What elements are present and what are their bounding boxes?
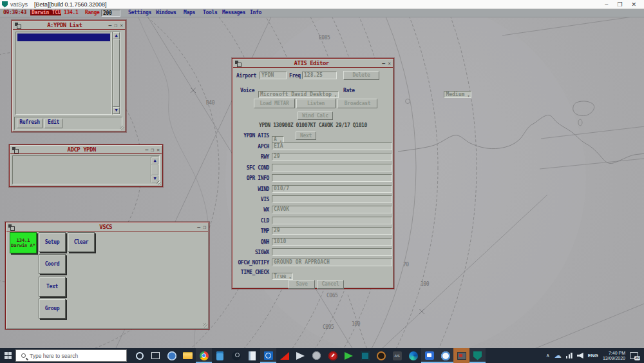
taskbar-icon-qantas[interactable] bbox=[276, 348, 292, 363]
taskbar-icon-plane-green[interactable] bbox=[341, 348, 357, 363]
vscs-frequency-button[interactable]: 134.1 Darwin A* bbox=[10, 232, 37, 253]
taskbar-icon-pbx[interactable] bbox=[373, 348, 389, 363]
os-close-button[interactable]: ✕ bbox=[631, 1, 636, 8]
menu-tools[interactable]: Tools bbox=[203, 10, 218, 15]
atis-field-input[interactable] bbox=[272, 164, 392, 172]
voice-dropdown[interactable]: Microsoft David Desktop bbox=[258, 91, 339, 98]
taskbar-icon-notepad[interactable] bbox=[244, 348, 260, 363]
taskbar-icon-chrome[interactable] bbox=[196, 348, 212, 363]
scroll-up-icon[interactable]: ▲ bbox=[151, 157, 158, 164]
atis-field-input[interactable] bbox=[272, 248, 392, 256]
frequency-display[interactable]: 134.1 bbox=[64, 10, 79, 15]
atis-field-input[interactable] bbox=[272, 195, 392, 203]
vscs-setup-button[interactable]: Setup bbox=[39, 232, 66, 252]
close-icon[interactable]: ✕ bbox=[156, 147, 160, 153]
resize-grip[interactable] bbox=[120, 126, 124, 130]
onedrive-icon[interactable]: ☁ bbox=[554, 353, 562, 359]
menu-messages[interactable]: Messages bbox=[222, 10, 245, 15]
atis-field-input[interactable]: 1010 bbox=[272, 238, 392, 246]
window-menu-icon[interactable] bbox=[15, 23, 21, 28]
scroll-up-icon[interactable]: ▲ bbox=[113, 32, 120, 39]
menu-maps[interactable]: Maps bbox=[184, 10, 195, 15]
tray-clock[interactable]: 7:40 PM 13/09/2020 bbox=[603, 351, 625, 361]
network-icon[interactable] bbox=[566, 353, 573, 358]
atis-field-input[interactable] bbox=[272, 217, 392, 224]
atis-field-input[interactable]: EIA bbox=[272, 142, 392, 150]
taskbar-icon-as-tool[interactable]: AS bbox=[389, 348, 405, 363]
taskbar-icon-steam[interactable] bbox=[228, 348, 244, 363]
taskbar-icon-vatsys-window[interactable] bbox=[453, 348, 469, 363]
adcp-titlebar[interactable]: ADCP YPDN — ❐ ✕ bbox=[10, 146, 162, 154]
freq-input[interactable]: 128.25 bbox=[302, 72, 337, 79]
taskbar-icon-file-explorer[interactable] bbox=[180, 348, 196, 363]
scroll-thumb[interactable] bbox=[113, 39, 120, 107]
time-check-dropdown[interactable]: True bbox=[272, 273, 293, 280]
atis-field-input[interactable]: GROUND OR APPROACH bbox=[272, 259, 392, 266]
edit-button[interactable]: Edit bbox=[44, 119, 62, 128]
taskbar-icon-outlook[interactable] bbox=[260, 348, 276, 363]
close-icon[interactable]: ✕ bbox=[388, 61, 391, 66]
taskbar-icon-vatsys-shield[interactable] bbox=[469, 348, 486, 363]
load-metar-button[interactable]: Load METAR bbox=[254, 99, 295, 108]
resize-grip[interactable] bbox=[203, 323, 207, 328]
resize-grip[interactable] bbox=[156, 181, 161, 185]
atis-titlebar[interactable]: ATIS Editor — ✕ bbox=[233, 59, 393, 68]
menu-settings[interactable]: Settings bbox=[128, 10, 151, 15]
taskbar-icon-gauge-red[interactable] bbox=[325, 348, 341, 363]
broadcast-button[interactable]: Broadcast bbox=[337, 99, 377, 108]
taskbar-icon-search-colorful[interactable] bbox=[437, 348, 453, 363]
ypdn-list-titlebar[interactable]: A:YPDN List — ❐ ✕ bbox=[13, 21, 125, 30]
maximize-icon[interactable]: ❐ bbox=[203, 224, 206, 230]
rate-dropdown[interactable]: Medium bbox=[444, 91, 471, 98]
taskbar-icon-calculator[interactable] bbox=[212, 348, 228, 363]
taskbar-icon-task-view[interactable] bbox=[147, 348, 164, 363]
menu-windows[interactable]: Windows bbox=[156, 10, 176, 15]
tray-expand-icon[interactable]: ∧ bbox=[546, 353, 550, 358]
maximize-icon[interactable]: ❐ bbox=[151, 147, 154, 153]
range-input[interactable]: 200 bbox=[101, 10, 120, 17]
position-button[interactable]: Darwin TCU bbox=[30, 10, 61, 15]
selected-list-item[interactable] bbox=[17, 34, 110, 41]
cancel-button[interactable]: Cancel bbox=[317, 280, 344, 289]
volume-icon[interactable] bbox=[577, 353, 583, 358]
wind-calc-button[interactable]: Wind Calc bbox=[298, 112, 333, 120]
taskbar-search[interactable]: Type here to search bbox=[15, 349, 127, 362]
minimize-icon[interactable]: — bbox=[109, 23, 112, 28]
taskbar-icon-internet-globe[interactable] bbox=[164, 348, 180, 363]
vscs-group-button[interactable]: Group bbox=[39, 299, 66, 319]
vscs-clear-button[interactable]: Clear bbox=[68, 232, 95, 252]
taskbar-icon-grid-teal[interactable] bbox=[357, 348, 373, 363]
save-button[interactable]: Save bbox=[289, 280, 315, 289]
taskbar-icon-world-gray[interactable] bbox=[308, 348, 325, 363]
vscs-text-button[interactable]: Text bbox=[39, 277, 66, 297]
atis-field-input[interactable]: CAVOK bbox=[272, 206, 392, 213]
menu-info[interactable]: Info bbox=[250, 10, 261, 15]
ypdn-list-scrollbar[interactable]: ▲ ▼ bbox=[112, 32, 120, 115]
delete-button[interactable]: Delete bbox=[343, 71, 379, 80]
taskbar-icon-edge[interactable] bbox=[405, 348, 421, 363]
minimize-icon[interactable]: — bbox=[382, 61, 385, 66]
window-menu-icon[interactable] bbox=[235, 61, 241, 66]
atis-field-input[interactable]: 29 bbox=[272, 227, 392, 235]
close-icon[interactable]: ✕ bbox=[120, 23, 123, 28]
atis-field-input[interactable]: 010/7 bbox=[272, 185, 392, 193]
maximize-icon[interactable]: ❐ bbox=[114, 23, 117, 28]
ypdn-list-box[interactable] bbox=[15, 32, 112, 115]
taskbar-icon-teams[interactable] bbox=[421, 348, 437, 363]
minimize-icon[interactable]: — bbox=[146, 147, 149, 153]
os-minimize-button[interactable]: – bbox=[605, 1, 608, 8]
minimize-icon[interactable]: — bbox=[197, 224, 200, 230]
os-maximize-button[interactable]: ❐ bbox=[617, 1, 622, 8]
vscs-titlebar[interactable]: VSCS — ❐ bbox=[6, 223, 208, 231]
start-button[interactable] bbox=[0, 348, 15, 363]
adcp-scrollbar[interactable]: ▲ ▼ bbox=[151, 157, 159, 183]
scroll-thumb[interactable] bbox=[151, 164, 158, 175]
action-center-icon[interactable]: 20 bbox=[630, 352, 638, 359]
airport-input[interactable]: YPDN bbox=[260, 72, 287, 79]
atis-field-input[interactable] bbox=[272, 174, 392, 182]
listen-button[interactable]: Listen bbox=[296, 99, 336, 108]
vscs-coord-button[interactable]: Coord bbox=[39, 254, 66, 274]
adcp-message-area[interactable]: ▲ ▼ bbox=[12, 155, 160, 184]
taskbar-icon-paper-plane[interactable] bbox=[292, 348, 308, 363]
language-indicator[interactable]: ENG bbox=[588, 353, 598, 358]
